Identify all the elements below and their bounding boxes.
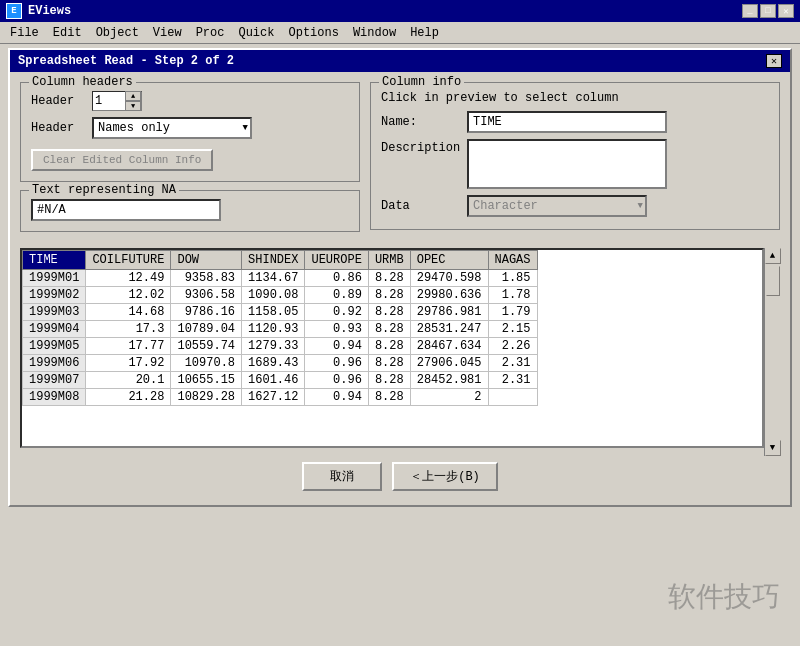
col-data-label: Data xyxy=(381,199,461,213)
menu-proc[interactable]: Proc xyxy=(190,24,231,41)
table-cell: 1120.93 xyxy=(242,321,305,338)
names-only-select-wrapper: Names only Names and descriptions None xyxy=(92,117,252,139)
maximize-btn[interactable]: □ xyxy=(760,4,776,18)
scroll-down-btn[interactable]: ▼ xyxy=(765,440,781,456)
col-header-dow[interactable]: DOW xyxy=(171,251,242,270)
table-row[interactable]: 1999M0112.499358.831134.670.868.2829470.… xyxy=(23,270,538,287)
table-cell: 1999M04 xyxy=(23,321,86,338)
menu-help[interactable]: Help xyxy=(404,24,445,41)
table-cell: 10829.28 xyxy=(171,389,242,406)
col-header-nagas[interactable]: NAGAS xyxy=(488,251,537,270)
col-name-input[interactable] xyxy=(467,111,667,133)
table-cell: 8.28 xyxy=(368,287,410,304)
table-cell: 12.49 xyxy=(86,270,171,287)
column-headers-label: Column headers xyxy=(29,75,136,89)
table-cell: 8.28 xyxy=(368,355,410,372)
table-cell: 0.86 xyxy=(305,270,368,287)
col-header-coilfuture[interactable]: COILFUTURE xyxy=(86,251,171,270)
table-section: TIME COILFUTURE DOW SHINDEX UEUROPE URMB… xyxy=(20,248,780,456)
table-cell: 1999M08 xyxy=(23,389,86,406)
table-cell: 1134.67 xyxy=(242,270,305,287)
dialog-close-btn[interactable]: ✕ xyxy=(766,54,782,68)
table-row[interactable]: 1999M0517.7710559.741279.330.948.2828467… xyxy=(23,338,538,355)
table-row[interactable]: 1999M0212.029306.581090.080.898.2829980.… xyxy=(23,287,538,304)
col-header-urmb[interactable]: URMB xyxy=(368,251,410,270)
column-headers-group: Column headers Header 1 ▲ ▼ Header xyxy=(20,82,360,182)
col-header-time[interactable]: TIME xyxy=(23,251,86,270)
table-cell: 0.94 xyxy=(305,389,368,406)
table-cell: 1601.46 xyxy=(242,372,305,389)
header-spinner[interactable]: 1 ▲ ▼ xyxy=(92,91,142,111)
back-button[interactable]: ＜上一步(B) xyxy=(392,462,498,491)
clear-edited-btn[interactable]: Clear Edited Column Info xyxy=(31,149,213,171)
spin-up[interactable]: ▲ xyxy=(125,91,141,101)
table-cell: 8.28 xyxy=(368,304,410,321)
table-cell: 28467.634 xyxy=(410,338,488,355)
table-cell: 8.28 xyxy=(368,372,410,389)
header-label-2: Header xyxy=(31,121,86,135)
table-cell: 20.1 xyxy=(86,372,171,389)
col-desc-row: Description xyxy=(381,139,769,189)
cancel-button[interactable]: 取消 xyxy=(302,462,382,491)
dialog: Spreadsheet Read - Step 2 of 2 ✕ Column … xyxy=(8,48,792,507)
table-cell: 29470.598 xyxy=(410,270,488,287)
menu-object[interactable]: Object xyxy=(90,24,145,41)
menu-quick[interactable]: Quick xyxy=(232,24,280,41)
table-cell: 27906.045 xyxy=(410,355,488,372)
table-cell: 1999M05 xyxy=(23,338,86,355)
table-cell: 17.3 xyxy=(86,321,171,338)
table-row[interactable]: 1999M0314.689786.161158.050.928.2829786.… xyxy=(23,304,538,321)
app-icon: E xyxy=(6,3,22,19)
menu-file[interactable]: File xyxy=(4,24,45,41)
table-cell: 2 xyxy=(410,389,488,406)
spin-down[interactable]: ▼ xyxy=(125,101,141,111)
table-cell: 10789.04 xyxy=(171,321,242,338)
table-scrollbar[interactable]: ▲ ▼ xyxy=(764,248,780,456)
table-cell: 1999M02 xyxy=(23,287,86,304)
menu-edit[interactable]: Edit xyxy=(47,24,88,41)
table-row[interactable]: 1999M0617.9210970.81689.430.968.2827906.… xyxy=(23,355,538,372)
names-only-select[interactable]: Names only Names and descriptions None xyxy=(92,117,252,139)
table-cell: 10655.15 xyxy=(171,372,242,389)
table-cell: 9358.83 xyxy=(171,270,242,287)
scroll-up-btn[interactable]: ▲ xyxy=(765,248,781,264)
right-column: Column info Click in preview to select c… xyxy=(370,82,780,240)
text-na-label: Text representing NA xyxy=(29,183,179,197)
table-cell: 8.28 xyxy=(368,338,410,355)
menu-options[interactable]: Options xyxy=(282,24,344,41)
preview-table-container[interactable]: TIME COILFUTURE DOW SHINDEX UEUROPE URMB… xyxy=(20,248,764,448)
table-cell: 0.92 xyxy=(305,304,368,321)
table-cell: 14.68 xyxy=(86,304,171,321)
dialog-title-text: Spreadsheet Read - Step 2 of 2 xyxy=(18,54,234,68)
table-cell: 10970.8 xyxy=(171,355,242,372)
col-header-shindex[interactable]: SHINDEX xyxy=(242,251,305,270)
col-header-ueurope[interactable]: UEUROPE xyxy=(305,251,368,270)
col-desc-textarea[interactable] xyxy=(467,139,667,189)
menu-window[interactable]: Window xyxy=(347,24,402,41)
spin-arrows: ▲ ▼ xyxy=(125,91,141,111)
table-cell: 29786.981 xyxy=(410,304,488,321)
close-btn[interactable]: ✕ xyxy=(778,4,794,18)
table-row[interactable]: 1999M0417.310789.041120.930.938.2828531.… xyxy=(23,321,538,338)
col-header-opec[interactable]: OPEC xyxy=(410,251,488,270)
col-data-select[interactable]: Character xyxy=(467,195,647,217)
header-spin-input[interactable]: 1 xyxy=(93,93,125,109)
na-input[interactable] xyxy=(31,199,221,221)
minimize-btn[interactable]: _ xyxy=(742,4,758,18)
table-cell: 1279.33 xyxy=(242,338,305,355)
table-cell: 1999M07 xyxy=(23,372,86,389)
menu-view[interactable]: View xyxy=(147,24,188,41)
scroll-thumb[interactable] xyxy=(766,266,780,296)
table-cell: 29980.636 xyxy=(410,287,488,304)
dialog-body: Column headers Header 1 ▲ ▼ Header xyxy=(10,72,790,505)
text-na-group: Text representing NA xyxy=(20,190,360,232)
header-label-1: Header xyxy=(31,94,86,108)
col-name-label: Name: xyxy=(381,115,461,129)
table-cell: 8.28 xyxy=(368,270,410,287)
table-row[interactable]: 1999M0720.110655.151601.460.968.2828452.… xyxy=(23,372,538,389)
table-cell: 0.96 xyxy=(305,355,368,372)
dialog-title-bar: Spreadsheet Read - Step 2 of 2 ✕ xyxy=(10,50,790,72)
table-row[interactable]: 1999M0821.2810829.281627.120.948.282 xyxy=(23,389,538,406)
left-column: Column headers Header 1 ▲ ▼ Header xyxy=(20,82,360,240)
table-cell: 21.28 xyxy=(86,389,171,406)
